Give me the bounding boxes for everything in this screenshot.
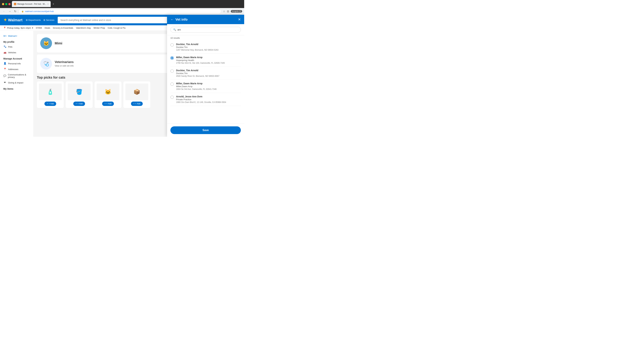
results-count: 10 results: [167, 35, 244, 40]
plus-icon: +: [47, 103, 48, 105]
product-card-2: 🪣 + + Add: [66, 81, 92, 108]
vet-name-3: Dockter, Tim Arnold: [176, 69, 219, 72]
vet-address-1: 1207 Memorial Hwy, Bismarck, ND 58504-52…: [176, 49, 218, 51]
map-pin-icon: 📍: [3, 68, 6, 71]
departments-grid-icon: ⊞: [26, 19, 28, 21]
active-tab[interactable]: W Manage Account - Pet hub - W... ✕: [12, 1, 51, 7]
lock-icon: 🔒: [22, 10, 24, 12]
walmart-logo: ✦ Walmart: [3, 17, 22, 23]
incognito-badge[interactable]: Incognito (3): [231, 10, 242, 12]
vet-avatar: 🩺: [40, 58, 52, 69]
save-button[interactable]: Save: [170, 126, 241, 134]
vet-result-5[interactable]: Arnold, Jesse Ann Dvm Private Practice 1…: [170, 93, 241, 106]
add-product-3-button[interactable]: + + Add: [102, 102, 114, 106]
sidebar-item-personal-info[interactable]: 👤 Personal info: [0, 61, 33, 66]
plus-icon-3: +: [104, 103, 106, 105]
zip-code: 07094: [36, 27, 42, 29]
vet-address-5: 1900 Oro Dam Blvd E, 12-149, Oroville, C…: [176, 101, 226, 103]
radio-button-3[interactable]: [170, 69, 174, 73]
vet-result-2[interactable]: Miller, Dawn Marie Arnp Hopespring Healt…: [170, 54, 241, 67]
plus-icon-2: +: [76, 103, 77, 105]
sidebar-item-communications[interactable]: 💬 Communications & privacy: [0, 72, 33, 80]
radio-button-1[interactable]: [170, 43, 174, 46]
vet-search-input[interactable]: [178, 28, 238, 31]
walmart-plus-label: Walmart+: [8, 35, 18, 37]
add-product-4-button[interactable]: + + Add: [131, 102, 143, 106]
vet-address-2: 2790 Nw 43rd St, Ste 100, Gainesville, F…: [176, 62, 225, 64]
radio-button-2[interactable]: [170, 56, 174, 60]
services-nav[interactable]: ⊞ Services: [44, 19, 54, 21]
vet-result-info-1: Dockter, Tim Arnold Dockter,Tim 1207 Mem…: [176, 43, 218, 51]
add-label-3: + Add: [106, 103, 112, 105]
new-tab-button[interactable]: +: [51, 2, 56, 6]
winter-nav[interactable]: Winter Prep: [94, 27, 105, 29]
product-image-4: 📦: [126, 83, 148, 100]
vet-result-4[interactable]: Miller, Dawn Marie Arnp Miller,Dawn Arnp…: [170, 80, 241, 93]
vet-info-panel: ← Vet info ✕ 🔍 10 results Dockter, Tim A…: [167, 15, 244, 137]
plus-icon-4: +: [133, 103, 134, 105]
left-sidebar: W+ Walmart+ My profile 🐾 Pets 🚗 Vehicles…: [0, 31, 34, 137]
panel-header: ← Vet info ✕: [167, 15, 244, 24]
pickup-button[interactable]: 📍 Pickup today, 9pm-10pm ▾: [3, 27, 33, 29]
forward-button[interactable]: →: [8, 9, 12, 13]
close-window-button[interactable]: [8, 3, 10, 5]
panel-footer: Save: [167, 123, 244, 137]
radio-inner-2: [171, 57, 173, 59]
product-card-1: 🧴 + + Add: [37, 81, 64, 108]
deals-nav[interactable]: Deals: [44, 27, 50, 29]
reload-button[interactable]: ↻: [14, 9, 17, 13]
browser-chrome: W Manage Account - Pet hub - W... ✕ +: [0, 0, 244, 8]
tab-switch-icon[interactable]: ⊟: [227, 10, 229, 13]
valentines-nav[interactable]: Valentine's Day: [76, 27, 91, 29]
panel-close-button[interactable]: ✕: [238, 17, 241, 21]
vet-card-title: Veterinarians: [55, 60, 74, 64]
vet-practice-5: Private Practice: [176, 98, 226, 101]
add-label-2: + Add: [78, 103, 83, 105]
vet-result-info-4: Miller, Dawn Marie Arnp Miller,Dawn Arnp…: [176, 82, 217, 90]
services-label: Services: [46, 19, 54, 21]
panel-search-box[interactable]: 🔍: [170, 27, 241, 32]
sidebar-item-vehicles[interactable]: 🚗 Vehicles: [0, 50, 33, 55]
sidebar-item-giving[interactable]: ❤ Giving & impact: [0, 80, 33, 85]
location-icon: 📍: [3, 27, 6, 29]
add-label-1: + Add: [49, 103, 54, 105]
departments-nav[interactable]: ⊞ Departments: [26, 19, 41, 21]
product-image-1: 🧴: [39, 83, 62, 100]
grocery-nav[interactable]: Grocery & Essentials: [53, 27, 73, 29]
maximize-button[interactable]: [5, 3, 8, 5]
product-image-3: 🐱: [96, 83, 120, 100]
minimize-button[interactable]: [2, 3, 4, 5]
product-image-2: 🪣: [68, 83, 90, 100]
pets-label: Pets: [8, 45, 12, 48]
radio-button-5[interactable]: [170, 95, 174, 99]
vet-result-3[interactable]: Dockter, Tim Arnold Dockter,Tim 4500 San…: [170, 67, 241, 80]
chevron-down-icon: ▾: [32, 27, 33, 29]
panel-back-button[interactable]: ←: [170, 17, 174, 21]
mimi-name: Mimi: [55, 41, 62, 45]
url-bar[interactable]: 🔒 walmart.com/account/pet-hub: [18, 9, 221, 14]
product-card-3: 🐱 + + Add: [94, 81, 122, 108]
heart-icon: ❤: [3, 81, 6, 84]
sidebar-item-addresses[interactable]: 📍 Addresses: [0, 66, 33, 72]
bookmark-icon[interactable]: ☆: [223, 10, 225, 13]
address-bar: ← → ↻ 🔒 walmart.com/account/pet-hub ☆ ⊟ …: [0, 8, 244, 15]
addresses-label: Addresses: [8, 68, 18, 70]
vet-result-1[interactable]: Dockter, Tim Arnold Dockter,Tim 1207 Mem…: [170, 40, 241, 54]
walmart-plus-item[interactable]: W+ Walmart+: [0, 33, 33, 38]
product-card-4: 📦 + + Add: [124, 81, 150, 108]
vet-result-info-2: Miller, Dawn Marie Arnp Hopespring Healt…: [176, 56, 225, 64]
sidebar-item-pets[interactable]: 🐾 Pets: [0, 44, 33, 50]
url-text: walmart.com/account/pet-hub: [25, 10, 54, 12]
browser-header-icons: ☆ ⊟ Incognito (3): [223, 10, 242, 13]
radio-button-4[interactable]: [170, 82, 174, 86]
back-button[interactable]: ←: [2, 9, 6, 13]
add-product-2-button[interactable]: + + Add: [73, 102, 85, 106]
tab-close-icon[interactable]: ✕: [47, 3, 49, 5]
vet-name-2: Miller, Dawn Marie Arnp: [176, 56, 225, 59]
cold-nav[interactable]: Cold, Cough & Flu: [108, 27, 126, 29]
my-profile-section: My profile: [0, 38, 33, 44]
add-product-1-button[interactable]: + + Add: [44, 102, 56, 106]
vet-address-4: 1604 Se 3rd Ave, Gainesville, FL 32641-7…: [176, 88, 217, 90]
chat-icon: 💬: [3, 74, 6, 77]
vet-practice-3: Dockter,Tim: [176, 72, 219, 75]
